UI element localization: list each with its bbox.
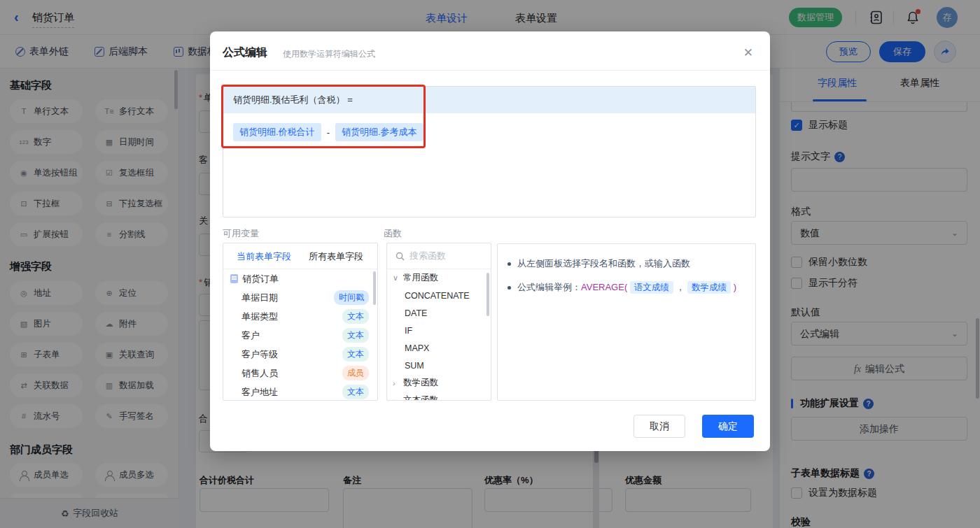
variable-row[interactable]: 单据日期时间戳: [223, 288, 377, 307]
modal-header-divider: [210, 70, 770, 71]
search-icon: [396, 252, 405, 261]
function-group-math[interactable]: ›数学函数: [387, 374, 491, 392]
formula-expression: 销货明细.价税合计 - 销货明细.参考成本: [233, 123, 424, 141]
variables-tree-root[interactable]: 销货订单: [223, 269, 377, 288]
formula-field-chip[interactable]: 销货明细.价税合计: [233, 123, 321, 141]
tips-panel: 从左侧面板选择字段名和函数，或输入函数 公式编辑举例：AVERAGE( 语文成绩…: [497, 243, 756, 401]
function-search-box[interactable]: 搜索函数: [387, 243, 491, 269]
function-name-example: AVERAGE(: [581, 282, 627, 292]
variable-row[interactable]: 销售人员成员: [223, 364, 377, 383]
search-placeholder: 搜索函数: [410, 250, 446, 262]
tab-all-form-fields[interactable]: 所有表单字段: [309, 250, 363, 263]
variable-row[interactable]: 客户文本: [223, 326, 377, 345]
function-group-common[interactable]: ∨常用函数: [387, 269, 491, 287]
modal-title: 公式编辑: [223, 45, 267, 60]
formula-edit-modal: 公式编辑 使用数学运算符编辑公式 ✕ 销货明细.预估毛利（含税） = 销货明细.…: [210, 31, 770, 451]
type-badge: 时间戳: [334, 290, 369, 305]
modal-subtitle: 使用数学运算符编辑公式: [283, 48, 375, 60]
cancel-button[interactable]: 取消: [634, 415, 685, 438]
formula-editor[interactable]: 销货明细.预估毛利（含税） = 销货明细.价税合计 - 销货明细.参考成本: [223, 86, 756, 217]
functions-scrollbar-thumb[interactable]: [486, 273, 489, 316]
functions-panel: 搜索函数 ∨常用函数 CONCATENATE DATE IF MAPX SUM …: [386, 243, 491, 401]
close-icon[interactable]: ✕: [743, 45, 753, 60]
example-field-chip: 语文成绩: [630, 281, 673, 294]
function-item[interactable]: DATE: [387, 304, 491, 322]
functions-panel-label: 函数: [384, 227, 402, 240]
tip-line-1: 从左侧面板选择字段名和函数，或输入函数: [498, 257, 755, 271]
variables-panel-label: 可用变量: [223, 227, 259, 240]
tab-current-form-fields[interactable]: 当前表单字段: [237, 250, 291, 263]
confirm-button[interactable]: 确定: [702, 415, 754, 438]
variable-row[interactable]: 客户地址文本: [223, 383, 377, 401]
type-badge: 文本: [342, 309, 369, 324]
example-field-chip: 数学成绩: [687, 281, 731, 294]
function-group-text[interactable]: ›文本函数: [387, 392, 491, 401]
variable-row[interactable]: 单据类型文本: [223, 307, 377, 326]
app-root: ‹ 销货订单 表单设计 表单设置 数据管理 存 表单外链 后端脚本 数据权 预览…: [0, 0, 980, 528]
variable-row[interactable]: 客户等级文本: [223, 345, 377, 364]
formula-field-chip[interactable]: 销货明细.参考成本: [335, 123, 424, 141]
function-item[interactable]: CONCATENATE: [387, 287, 491, 304]
variables-panel: 当前表单字段 所有表单字段 销货订单 单据日期时间戳 单据类型文本 客户文本 客…: [223, 243, 378, 401]
function-item[interactable]: IF: [387, 322, 491, 339]
type-badge: 文本: [342, 328, 369, 343]
type-badge: 文本: [342, 347, 369, 362]
variables-scrollbar-thumb[interactable]: [373, 271, 376, 305]
type-badge: 成员: [342, 366, 369, 380]
type-badge: 文本: [342, 385, 369, 399]
variables-tabs: 当前表单字段 所有表单字段: [223, 243, 377, 269]
formula-target-row: 销货明细.预估毛利（含税） =: [223, 87, 755, 113]
tip-line-2: 公式编辑举例：AVERAGE( 语文成绩 ， 数学成绩 ): [498, 280, 755, 294]
function-item[interactable]: MAPX: [387, 339, 491, 357]
function-item[interactable]: SUM: [387, 357, 491, 374]
form-doc-icon: [230, 274, 238, 283]
formula-operator: -: [327, 127, 330, 138]
